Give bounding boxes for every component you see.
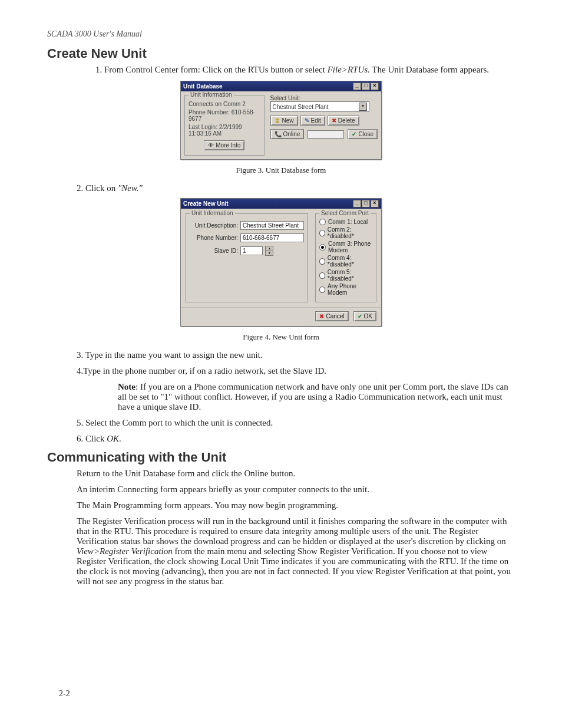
note-label: Note: [118, 382, 135, 391]
step-6b: OK: [107, 434, 119, 443]
comm1-radio[interactable]: Comm 1: Local: [319, 219, 372, 225]
unit-information-group: Unit Information Unit Description: Chest…: [186, 213, 308, 302]
step-6: 6. Click OK.: [77, 434, 515, 444]
any-phone-modem-label: Any Phone Modem: [328, 283, 372, 296]
step-1-text-a: 1. From Control Center form: Click on th…: [95, 65, 328, 74]
cancel-icon: ✖: [319, 313, 324, 319]
minimize-icon[interactable]: _: [353, 83, 361, 90]
chevron-up-icon: ▴: [266, 246, 273, 251]
radio-icon: [319, 230, 325, 236]
step-6c: .: [119, 434, 121, 443]
comm-p1: Return to the Unit Database form and cli…: [77, 469, 515, 479]
step-5: 5. Select the Comm port to which the uni…: [77, 418, 515, 428]
figure-4-caption: Figure 4. New Unit form: [47, 332, 515, 342]
lastlogin-line: Last Login: 2/2/1999 11:03:16 AM: [189, 124, 260, 137]
titlebar: Create New Unit _ □ ×: [181, 199, 381, 209]
minimize-icon[interactable]: _: [353, 200, 361, 207]
connects-line: Connects on Comm 2: [189, 101, 260, 107]
maximize-icon[interactable]: □: [362, 83, 370, 90]
radio-icon: [319, 258, 325, 265]
radio-icon: [319, 219, 326, 225]
unit-description-input[interactable]: Chestnut Street Plant: [240, 221, 304, 230]
check-icon: ✔: [358, 313, 362, 319]
step-2-quoted: "New.": [118, 183, 143, 193]
cancel-label: Cancel: [326, 313, 344, 319]
comm5-label: Comm 5: *disabled*: [328, 269, 372, 282]
step-3: 3. Type in the name you want to assign t…: [77, 350, 515, 360]
step-1-menu-path: File>RTUs: [328, 65, 368, 74]
comm-p4: The Register Verification process will r…: [77, 516, 515, 587]
select-comm-port-group: Select Comm Port Comm 1: Local Comm 2: *…: [315, 213, 376, 302]
phone-number-input[interactable]: 610-668-6677: [240, 233, 304, 242]
phone-number-label: Phone Number:: [190, 235, 238, 241]
delete-button[interactable]: ✖ Delete: [328, 116, 359, 126]
comm2-radio[interactable]: Comm 2: *disabled*: [319, 226, 372, 239]
check-icon: ✔: [352, 131, 356, 137]
window-title: Unit Database: [183, 83, 223, 90]
online-icon: 📞: [275, 131, 282, 137]
new-label: New: [282, 117, 294, 124]
comm3-radio[interactable]: Comm 3: Phone Modem: [319, 241, 372, 253]
step-1-text-c: . The Unit Database form appears.: [368, 65, 489, 74]
comm1-label: Comm 1: Local: [328, 219, 368, 225]
titlebar: Unit Database _ □ ×: [181, 81, 381, 91]
edit-icon: ✎: [305, 117, 309, 124]
ok-label: OK: [364, 313, 372, 319]
ok-button[interactable]: ✔ OK: [353, 311, 376, 321]
comm4-radio[interactable]: Comm 4: *disabled*: [319, 255, 372, 268]
chevron-down-icon: ▾: [266, 251, 273, 255]
slave-id-stepper[interactable]: ▴ ▾: [265, 246, 273, 256]
slave-id-label: Slave ID:: [190, 248, 238, 254]
comm4-label: Comm 4: *disabled*: [328, 255, 372, 268]
radio-icon: [319, 244, 326, 251]
step-2: 2. Click on "New.": [77, 183, 515, 193]
window-title: Create New Unit: [183, 200, 229, 207]
close-button[interactable]: ✔ Close: [348, 129, 378, 139]
comm2-label: Comm 2: *disabled*: [328, 226, 372, 239]
comm5-radio[interactable]: Comm 5: *disabled*: [319, 269, 372, 282]
edit-button[interactable]: ✎ Edit: [300, 116, 325, 126]
delete-label: Delete: [338, 117, 355, 124]
heading-create-new-unit: Create New Unit: [47, 46, 515, 61]
step-4: 4.Type in the phone number or, if on a r…: [77, 366, 515, 376]
window-buttons: _ □ ×: [353, 83, 379, 90]
legend: Unit Information: [190, 210, 235, 216]
step-2-text-a: 2. Click on: [77, 183, 118, 193]
radio-icon: [319, 286, 325, 293]
legend: Select Comm Port: [319, 210, 371, 216]
online-label: Online: [283, 131, 300, 137]
any-phone-modem-radio[interactable]: Any Phone Modem: [319, 283, 372, 296]
edit-label: Edit: [311, 117, 321, 124]
unit-information-group: Unit Information Connects on Comm 2 Phon…: [184, 95, 265, 156]
close-icon[interactable]: ×: [371, 83, 379, 90]
figure-3-caption: Figure 3. Unit Database form: [47, 166, 515, 175]
delete-icon: ✖: [332, 117, 336, 124]
step-1: 1. From Control Center form: Click on th…: [106, 65, 515, 75]
groupbox-legend: Unit Information: [189, 91, 234, 98]
window-buttons: _ □ ×: [353, 200, 379, 207]
cancel-button[interactable]: ✖ Cancel: [315, 311, 348, 321]
figure-4-create-new-unit-window: Create New Unit _ □ × Unit Information U…: [180, 198, 382, 327]
more-info-label: More Info: [216, 142, 240, 149]
select-unit-dropdown[interactable]: Chestnut Street Plant ▾: [270, 101, 369, 112]
select-unit-value: Chestnut Street Plant: [273, 104, 329, 110]
unit-description-label: Unit Description:: [190, 222, 238, 229]
comm-p4a: The Register Verification process will r…: [77, 516, 507, 546]
phone-line: Phone Number: 610-558-9677: [189, 109, 260, 122]
comm-p4-menu-path: View>Register Verification: [77, 546, 173, 556]
maximize-icon[interactable]: □: [362, 200, 370, 207]
slave-id-input[interactable]: 1: [240, 246, 263, 255]
figure-3-unit-database-window: Unit Database _ □ × Unit Information Con…: [180, 81, 382, 160]
note-block: Note: If you are on a Phone communicatio…: [118, 382, 515, 412]
comm-p2: An interim Connecting form appears brief…: [77, 485, 515, 495]
new-icon: 🗎: [275, 117, 280, 124]
comm-p3: The Main Programming form appears. You m…: [77, 500, 515, 510]
heading-communicating: Communicating with the Unit: [47, 450, 515, 465]
radio-icon: [319, 272, 325, 279]
chevron-down-icon: ▾: [359, 103, 367, 111]
step-6a: 6. Click: [77, 434, 107, 443]
close-icon[interactable]: ×: [371, 200, 379, 207]
new-button[interactable]: 🗎 New: [270, 116, 298, 126]
more-info-button[interactable]: 👁 More Info: [204, 140, 244, 150]
online-button[interactable]: 📞 Online: [270, 129, 305, 139]
